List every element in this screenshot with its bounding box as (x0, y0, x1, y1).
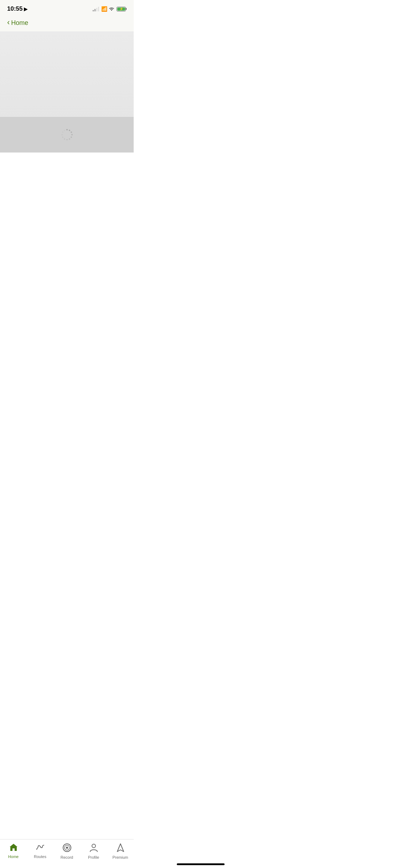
signal-icon (93, 6, 99, 11)
status-bar: 10:55 ▶ 📶 ⚡ (0, 0, 134, 16)
back-chevron-icon: ‹ (7, 18, 10, 27)
battery-icon: ⚡ (117, 7, 127, 11)
content-area (0, 153, 134, 277)
nav-header: ‹ Home (0, 16, 134, 31)
wifi-icon: 📶 (101, 6, 114, 12)
status-icons: 📶 ⚡ (93, 6, 127, 12)
time-display: 10:55 (7, 5, 22, 12)
main-content (0, 31, 134, 277)
loading-spinner (61, 129, 73, 140)
map-area (0, 31, 134, 117)
back-label: Home (11, 19, 28, 27)
location-arrow-icon: ▶ (24, 6, 27, 12)
status-time: 10:55 ▶ (7, 5, 27, 12)
loading-area (0, 117, 134, 153)
back-button[interactable]: ‹ Home (7, 19, 28, 27)
